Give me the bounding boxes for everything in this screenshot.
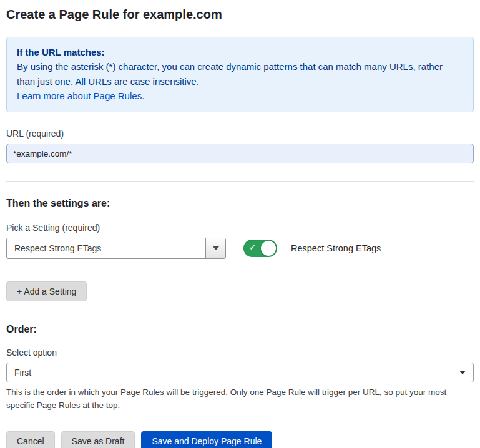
cancel-button[interactable]: Cancel xyxy=(6,431,55,448)
setting-select-value: Respect Strong ETags xyxy=(7,238,205,258)
chevron-down-icon xyxy=(459,371,466,374)
setting-select[interactable]: Respect Strong ETags xyxy=(6,238,226,259)
order-help-text: This is the order in which your Page Rul… xyxy=(6,386,471,412)
order-select[interactable]: First xyxy=(6,363,474,382)
toggle-knob xyxy=(261,241,276,256)
page-title: Create a Page Rule for example.com xyxy=(6,7,474,22)
setting-select-arrow-button[interactable] xyxy=(205,238,225,258)
dropdown-arrow-icon xyxy=(213,246,219,250)
save-deploy-button[interactable]: Save and Deploy Page Rule xyxy=(141,431,272,448)
link-period: . xyxy=(142,90,144,101)
etags-toggle-group: ✓ Respect Strong ETags xyxy=(243,240,381,257)
learn-more-link[interactable]: Learn more about Page Rules xyxy=(17,90,142,101)
url-field-label: URL (required) xyxy=(6,129,474,139)
section-divider xyxy=(6,181,474,182)
toggle-check-icon: ✓ xyxy=(249,242,257,252)
settings-heading: Then the settings are: xyxy=(6,198,474,209)
order-heading: Order: xyxy=(6,324,474,335)
info-box-heading: If the URL matches: xyxy=(17,45,463,59)
info-box-body: By using the asterisk (*) character, you… xyxy=(17,59,463,103)
order-select-label: Select option xyxy=(6,348,474,358)
url-match-info-box: If the URL matches: By using the asteris… xyxy=(6,37,474,112)
info-box-body-text: By using the asterisk (*) character, you… xyxy=(17,61,443,86)
url-input[interactable] xyxy=(6,144,474,163)
action-buttons: Cancel Save as Draft Save and Deploy Pag… xyxy=(6,431,474,448)
order-select-value: First xyxy=(14,368,31,377)
etags-toggle[interactable]: ✓ xyxy=(243,240,277,257)
setting-row: Respect Strong ETags ✓ Respect Strong ET… xyxy=(6,238,474,259)
add-setting-button[interactable]: + Add a Setting xyxy=(6,281,87,301)
toggle-label: Respect Strong ETags xyxy=(291,243,381,253)
order-section: Order: Select option First This is the o… xyxy=(6,324,474,412)
create-page-rule-page: Create a Page Rule for example.com If th… xyxy=(0,0,480,448)
save-draft-button[interactable]: Save as Draft xyxy=(61,431,135,448)
pick-setting-label: Pick a Setting (required) xyxy=(6,223,474,233)
